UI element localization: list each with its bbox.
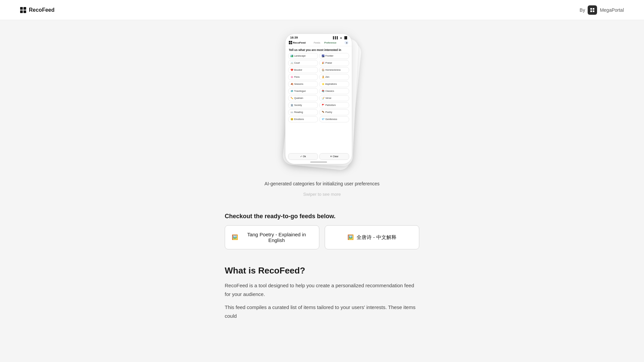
category-row-7: ✏️ Quatrain 📝 Verse: [288, 95, 349, 101]
header: RecoFeed By MegaPortal: [0, 0, 644, 20]
category-society[interactable]: 🏛️ Society: [288, 102, 318, 108]
megaportal-icon: [588, 5, 597, 15]
category-aspirations[interactable]: ⭐ Aspirations: [319, 81, 349, 87]
category-verse[interactable]: 📝 Verse: [319, 95, 349, 101]
swiper-hint: Swiper to see more: [303, 192, 341, 197]
phone-mockup: 16:39 ▌▌▌ ▲ ▐█ RecoFeed: [285, 34, 352, 164]
category-frontier[interactable]: 🌌 Frontier: [319, 53, 349, 59]
feeds-section: Checkout the ready-to-go feeds below. 🖼️…: [225, 213, 419, 265]
phone-mockup-area: 16:39 ▌▌▌ ▲ ▐█ RecoFeed: [252, 34, 392, 174]
category-row-8: 🏛️ Society 🚩 Patriotism: [288, 102, 349, 108]
category-reading[interactable]: 📖 Reading: [288, 109, 318, 115]
phone-settings-dot: ⚙: [344, 41, 348, 45]
category-zen[interactable]: 🧘 Zen: [319, 74, 349, 80]
phone-footer-buttons: ✓ Ok ✕ Clear: [288, 153, 349, 160]
category-row-4: 🌸 Flora 🧘 Zen: [288, 74, 349, 80]
phone-nav: RecoFeed Feeds Preference ⚙: [285, 40, 352, 46]
feed-btn-tang-english-label: Tang Poetry - Explained in English: [241, 232, 312, 243]
main-content: 16:39 ▌▌▌ ▲ ▐█ RecoFeed: [154, 20, 490, 338]
category-landscape[interactable]: 🏞️ Landscape: [288, 53, 318, 59]
logo[interactable]: RecoFeed: [20, 7, 54, 13]
category-flora[interactable]: 🌸 Flora: [288, 74, 318, 80]
status-icons: ▌▌▌ ▲ ▐█: [333, 36, 347, 39]
category-praise[interactable]: 🎉 Praise: [319, 60, 349, 66]
phone-preference-title: Tell us what you are most interested in: [285, 46, 352, 53]
category-poetry[interactable]: 🪶 Poetry: [319, 109, 349, 115]
megaportal-label: MegaPortal: [600, 7, 624, 13]
by-section: By MegaPortal: [580, 5, 624, 15]
category-patriotism[interactable]: 🚩 Patriotism: [319, 102, 349, 108]
svg-rect-3: [593, 10, 594, 12]
wifi-icon: ▲: [340, 36, 342, 39]
category-court[interactable]: ⚔️ Court: [288, 60, 318, 66]
phone-categories: 🏞️ Landscape 🌌 Frontier ⚔️ Court 🎉 Prais…: [285, 53, 352, 122]
logo-icon: [20, 7, 26, 13]
battery-icon: ▐█: [343, 36, 347, 39]
phone-time: 16:39: [290, 36, 298, 39]
what-section: What is RecoFeed? RecoFeed is a tool des…: [225, 265, 419, 325]
feed-btn-tang-english[interactable]: 🖼️ Tang Poetry - Explained in English: [225, 225, 319, 249]
feed-btn-tang-chinese-icon: 🖼️: [347, 234, 354, 240]
category-homesickness[interactable]: 🏠 Homesickness: [319, 67, 349, 73]
category-row-3: ❤️ Boudoir 🏠 Homesickness: [288, 67, 349, 73]
svg-rect-2: [590, 10, 592, 12]
feed-btn-tang-chinese-label: 全唐诗 - 中文解释: [357, 234, 396, 241]
by-label: By: [580, 7, 585, 13]
category-seasons[interactable]: 🍂 Seasons: [288, 81, 318, 87]
feed-btn-tang-chinese[interactable]: 🖼️ 全唐诗 - 中文解释: [325, 225, 419, 249]
category-quatrain[interactable]: ✏️ Quatrain: [288, 95, 318, 101]
category-emotions[interactable]: 😢 Emotions: [288, 116, 318, 122]
phone-ok-button[interactable]: ✓ Ok: [288, 153, 318, 160]
phone-nav-tabs: Feeds Preference: [312, 41, 338, 44]
svg-rect-0: [590, 8, 592, 10]
phone-logo: RecoFeed: [289, 41, 306, 44]
feeds-buttons: 🖼️ Tang Poetry - Explained in English 🖼️…: [225, 225, 419, 249]
logo-text: RecoFeed: [29, 7, 54, 13]
category-row-10: 😢 Emotions 💎 Gentleness: [288, 116, 349, 122]
feed-btn-tang-english-icon: 🖼️: [232, 234, 238, 240]
phone-status-bar: 16:39 ▌▌▌ ▲ ▐█: [285, 34, 352, 40]
category-gentleness[interactable]: 💎 Gentleness: [319, 116, 349, 122]
category-row-5: 🍂 Seasons ⭐ Aspirations: [288, 81, 349, 87]
category-row-6: 🗺️ Travelogue 📚 Classics: [288, 88, 349, 94]
category-travelogue[interactable]: 🗺️ Travelogue: [288, 88, 318, 94]
category-boudoir[interactable]: ❤️ Boudoir: [288, 67, 318, 73]
phone-clear-button[interactable]: ✕ Clear: [319, 153, 349, 160]
what-paragraph-1: RecoFeed is a tool designed to help you …: [225, 281, 419, 298]
what-paragraph-2: This feed compiles a curated list of ite…: [225, 303, 419, 320]
phone-home-indicator: [310, 162, 327, 163]
phone-tab-feeds: Feeds: [312, 41, 321, 44]
phone-nav-logo-text: RecoFeed: [293, 41, 306, 44]
feeds-title: Checkout the ready-to-go feeds below.: [225, 213, 419, 220]
phone-tab-preference: Preference: [323, 41, 338, 44]
svg-rect-1: [593, 8, 594, 10]
signal-icon: ▌▌▌: [333, 36, 339, 39]
phone-caption: AI-generated categories for initializing…: [264, 181, 379, 186]
category-row-2: ⚔️ Court 🎉 Praise: [288, 60, 349, 66]
category-row-9: 📖 Reading 🪶 Poetry: [288, 109, 349, 115]
category-classics[interactable]: 📚 Classics: [319, 88, 349, 94]
what-title: What is RecoFeed?: [225, 265, 419, 276]
category-row-1: 🏞️ Landscape 🌌 Frontier: [288, 53, 349, 59]
